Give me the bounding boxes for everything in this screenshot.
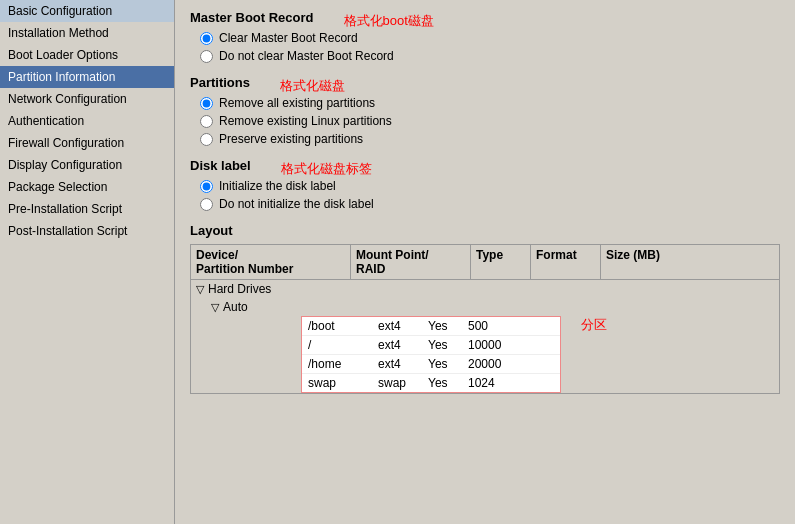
sidebar-item-authentication[interactable]: Authentication — [0, 110, 174, 132]
partition-format: Yes — [428, 376, 468, 390]
radio-input-mbr-clear[interactable] — [200, 32, 213, 45]
partition-inner-table: /boot ext4 Yes 500 / ext4 Yes 10000 /hom… — [301, 316, 561, 393]
sidebar: Basic ConfigurationInstallation MethodBo… — [0, 0, 175, 524]
layout-header-cell: Device/ Partition Number — [191, 245, 351, 279]
layout-header-cell: Size (MB) — [601, 245, 681, 279]
radio-mbr-noclear: Do not clear Master Boot Record — [200, 49, 780, 63]
partition-size: 500 — [468, 319, 528, 333]
partition-type: ext4 — [378, 319, 428, 333]
mbr-section: Master Boot Record 格式化boot磁盘 Clear Maste… — [190, 10, 780, 63]
sidebar-item-installation-method[interactable]: Installation Method — [0, 22, 174, 44]
mbr-title: Master Boot Record — [190, 10, 314, 25]
radio-mbr-clear: Clear Master Boot Record — [200, 31, 780, 45]
layout-header-cell: Type — [471, 245, 531, 279]
partition-annotation: 分区 — [581, 316, 607, 334]
radio-label-mbr-noclear: Do not clear Master Boot Record — [219, 49, 394, 63]
sidebar-item-boot-loader-options[interactable]: Boot Loader Options — [0, 44, 174, 66]
sidebar-item-firewall-configuration[interactable]: Firewall Configuration — [0, 132, 174, 154]
partition-row[interactable]: /boot ext4 Yes 500 — [302, 317, 560, 336]
layout-header-cell: Mount Point/ RAID — [351, 245, 471, 279]
disk-label-section: Disk label 格式化磁盘标签 Initialize the disk l… — [190, 158, 780, 211]
sidebar-item-pre-install-script[interactable]: Pre-Installation Script — [0, 198, 174, 220]
partition-format: Yes — [428, 338, 468, 352]
radio-input-part-remove-linux[interactable] — [200, 115, 213, 128]
layout-header-cell: Format — [531, 245, 601, 279]
partition-type: ext4 — [378, 357, 428, 371]
sidebar-item-post-install-script[interactable]: Post-Installation Script — [0, 220, 174, 242]
auto-label: Auto — [223, 300, 248, 314]
partition-type: swap — [378, 376, 428, 390]
mbr-options: Clear Master Boot RecordDo not clear Mas… — [190, 31, 780, 63]
radio-label-part-preserve: Preserve existing partitions — [219, 132, 363, 146]
radio-label-part-remove-linux: Remove existing Linux partitions — [219, 114, 392, 128]
sidebar-item-package-selection[interactable]: Package Selection — [0, 176, 174, 198]
radio-input-mbr-noclear[interactable] — [200, 50, 213, 63]
radio-label-disk-init: Initialize the disk label — [219, 179, 336, 193]
radio-disk-init: Initialize the disk label — [200, 179, 780, 193]
layout-section: Layout Device/ Partition NumberMount Poi… — [190, 223, 780, 394]
hard-drives-row[interactable]: ▽Hard Drives — [191, 280, 779, 298]
disk-label-options: Initialize the disk labelDo not initiali… — [190, 179, 780, 211]
radio-label-mbr-clear: Clear Master Boot Record — [219, 31, 358, 45]
partition-size: 20000 — [468, 357, 528, 371]
radio-input-disk-init[interactable] — [200, 180, 213, 193]
layout-title: Layout — [190, 223, 780, 238]
sidebar-item-network-configuration[interactable]: Network Configuration — [0, 88, 174, 110]
partition-size: 10000 — [468, 338, 528, 352]
partitions-options: Remove all existing partitionsRemove exi… — [190, 96, 780, 146]
hard-drives-label: Hard Drives — [208, 282, 271, 296]
partition-device: /home — [308, 357, 378, 371]
radio-label-disk-noinit: Do not initialize the disk label — [219, 197, 374, 211]
partitions-title: Partitions — [190, 75, 250, 90]
radio-label-part-remove-all: Remove all existing partitions — [219, 96, 375, 110]
sidebar-item-display-configuration[interactable]: Display Configuration — [0, 154, 174, 176]
partitions-annotation: 格式化磁盘 — [280, 77, 345, 95]
main-content: Master Boot Record 格式化boot磁盘 Clear Maste… — [175, 0, 795, 524]
radio-part-remove-all: Remove all existing partitions — [200, 96, 780, 110]
layout-body: ▽Hard Drives▽Auto /boot ext4 Yes 500 / e… — [191, 280, 779, 393]
sidebar-item-basic-configuration[interactable]: Basic Configuration — [0, 0, 174, 22]
partitions-section: Partitions 格式化磁盘 Remove all existing par… — [190, 75, 780, 146]
radio-disk-noinit: Do not initialize the disk label — [200, 197, 780, 211]
partition-row[interactable]: / ext4 Yes 10000 — [302, 336, 560, 355]
layout-table: Device/ Partition NumberMount Point/ RAI… — [190, 244, 780, 394]
radio-input-part-preserve[interactable] — [200, 133, 213, 146]
layout-header: Device/ Partition NumberMount Point/ RAI… — [191, 245, 779, 280]
disk-label-title: Disk label — [190, 158, 251, 173]
partition-format: Yes — [428, 319, 468, 333]
radio-part-preserve: Preserve existing partitions — [200, 132, 780, 146]
expander-auto: ▽ — [211, 301, 219, 314]
expander-hard-drives: ▽ — [196, 283, 204, 296]
partition-annotation-row: /boot ext4 Yes 500 / ext4 Yes 10000 /hom… — [246, 316, 779, 393]
partition-type: ext4 — [378, 338, 428, 352]
partition-device: /boot — [308, 319, 378, 333]
mbr-annotation: 格式化boot磁盘 — [344, 12, 434, 30]
partition-row[interactable]: /home ext4 Yes 20000 — [302, 355, 560, 374]
sidebar-item-partition-information[interactable]: Partition Information — [0, 66, 174, 88]
auto-row[interactable]: ▽Auto — [206, 298, 779, 316]
partition-size: 1024 — [468, 376, 528, 390]
partition-device: swap — [308, 376, 378, 390]
disk-label-annotation: 格式化磁盘标签 — [281, 160, 372, 178]
radio-input-disk-noinit[interactable] — [200, 198, 213, 211]
partition-device: / — [308, 338, 378, 352]
radio-input-part-remove-all[interactable] — [200, 97, 213, 110]
radio-part-remove-linux: Remove existing Linux partitions — [200, 114, 780, 128]
partition-row[interactable]: swap swap Yes 1024 — [302, 374, 560, 392]
partition-format: Yes — [428, 357, 468, 371]
